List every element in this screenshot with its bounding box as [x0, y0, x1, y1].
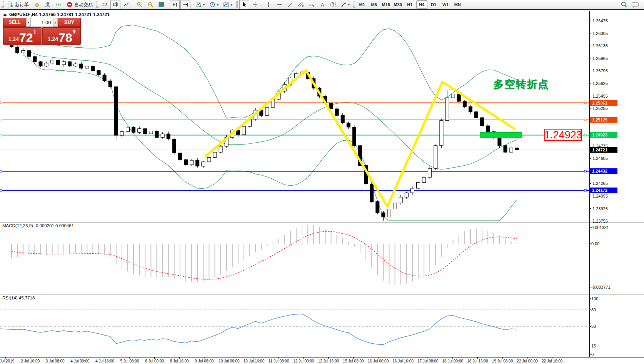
price-callout-box[interactable]: 1.24923	[544, 129, 582, 141]
candle	[451, 94, 455, 98]
templates-button[interactable]: ▼	[222, 0, 235, 9]
price-chart[interactable]: 1.264751.263051.261351.259651.257951.256…	[0, 0, 644, 364]
candlestick-chart-button[interactable]	[110, 0, 120, 9]
hline-handle[interactable]	[0, 189, 2, 191]
axis-price-flag-label: 1.24172	[592, 188, 607, 193]
profile-button[interactable]	[43, 0, 53, 9]
sell-button[interactable]: SELL	[3, 18, 26, 27]
time-axis[interactable]: 2 Jul 20192 Jul 16:003 Jul 08:004 Jul 00…	[0, 357, 563, 364]
tab-timeframe-M1[interactable]: M1	[357, 0, 368, 9]
candle	[352, 127, 356, 146]
hline-handle[interactable]	[584, 189, 586, 191]
tab-timeframe-M15[interactable]: M15	[380, 0, 392, 9]
candle	[370, 184, 374, 201]
tab-timeframe-H4[interactable]: H4	[416, 0, 427, 9]
text-label-button[interactable]: T	[328, 0, 338, 9]
indicators-button[interactable]: ▼	[194, 0, 207, 9]
tab-timeframe-MN[interactable]: MN	[452, 0, 463, 9]
tile-windows-button[interactable]	[156, 0, 166, 9]
tab-timeframe-H1[interactable]: H1	[404, 0, 415, 9]
dropdown-caret-icon: ▼	[230, 3, 233, 7]
bar-chart-button[interactable]	[100, 0, 110, 9]
tab-timeframe-M30[interactable]: M30	[392, 0, 404, 9]
tab-timeframe-M5[interactable]: M5	[369, 0, 380, 9]
sell-price-tile[interactable]: 1.24 72 1	[3, 27, 42, 45]
axis-tick-label: 1.25795	[592, 68, 608, 73]
fibonacci-button[interactable]: F	[307, 0, 317, 9]
buy-price-tile[interactable]: 1.24 78 9	[42, 27, 81, 45]
candle	[382, 213, 385, 217]
arrows-icon	[340, 2, 347, 8]
candle	[265, 107, 269, 115]
hline-handle[interactable]	[584, 119, 586, 121]
chart-shift-button[interactable]	[180, 0, 190, 9]
time-axis-label: 22 Jul 00:00	[517, 359, 538, 363]
zoom-in-button[interactable]	[135, 0, 145, 9]
time-axis-label: 12 Jul 16:00	[318, 359, 339, 363]
crosshair-button[interactable]	[250, 0, 260, 9]
support-zone-box[interactable]	[480, 132, 522, 138]
tab-timeframe-D1[interactable]: D1	[428, 0, 439, 9]
axis-tick-label: 1.25625	[592, 81, 608, 86]
macd-axis-label: -0.003771	[591, 285, 611, 289]
candle	[138, 129, 141, 133]
zigzag-annotation[interactable]	[205, 70, 516, 206]
horizontal-line-button[interactable]	[274, 0, 284, 9]
dropdown-caret-icon: ▼	[347, 3, 350, 7]
candle	[149, 131, 153, 134]
zoom-out-button[interactable]	[145, 0, 155, 9]
hline-handle[interactable]	[0, 134, 2, 136]
rsi-axis-label: 15	[591, 344, 596, 348]
vertical-line-button[interactable]	[264, 0, 274, 9]
hline-handle[interactable]	[0, 170, 2, 172]
candle	[219, 146, 222, 152]
axis-tick-label: 1.25455	[592, 94, 608, 98]
candle	[405, 193, 408, 197]
hline-handle[interactable]	[584, 102, 586, 104]
rsi-pane: 1008050150	[0, 296, 598, 357]
auto-scroll-button[interactable]	[170, 0, 180, 9]
time-axis-label: 4 Jul 16:00	[95, 359, 114, 363]
buy-price-big: 78	[58, 32, 72, 43]
time-axis-label: 8 Jul 00:00	[145, 359, 164, 363]
new-order-button[interactable]: 新订单	[5, 0, 31, 9]
eraser-button[interactable]	[32, 0, 42, 9]
sell-button-label: SELL	[9, 20, 21, 25]
hline-handle[interactable]	[584, 170, 586, 172]
hline-handle[interactable]	[0, 119, 2, 121]
line-chart-button[interactable]	[121, 0, 131, 9]
periods-button[interactable]: ▼	[208, 0, 221, 9]
candle	[434, 146, 437, 168]
rsi-line	[0, 314, 517, 345]
turning-point-annotation[interactable]: 多空转折点	[493, 77, 549, 91]
profile-icon	[45, 2, 51, 8]
candle	[33, 57, 37, 61]
autotrading-button[interactable]: 自动交易	[64, 0, 95, 9]
clock-icon	[209, 2, 215, 8]
pane-splitters[interactable]	[0, 222, 644, 357]
buy-button[interactable]: BUY	[58, 18, 81, 27]
collapse-arrow-icon[interactable]	[3, 13, 7, 16]
cursor-button[interactable]	[239, 0, 249, 9]
hline-handle[interactable]	[0, 102, 2, 104]
chat-button[interactable]	[630, 0, 640, 9]
trendline-button[interactable]	[285, 0, 295, 9]
volume-decrease-button[interactable]: ▼	[26, 18, 31, 27]
candle	[498, 138, 501, 146]
search-button[interactable]	[619, 0, 629, 9]
macd-pane: 0.0013810.00-0.003771	[12, 224, 611, 289]
text-button[interactable]: A	[317, 0, 327, 9]
candle	[515, 148, 519, 150]
volume-increase-button[interactable]: ▲	[53, 18, 58, 27]
timeframe-group: M1M5M15M30H1H4D1W1MN	[356, 0, 464, 9]
volume-input[interactable]	[31, 18, 53, 27]
tab-timeframe-W1[interactable]: W1	[440, 0, 451, 9]
candle	[132, 127, 135, 132]
arrows-button[interactable]: ▼	[339, 0, 352, 9]
toolbar-right-group	[619, 0, 640, 9]
axis-tick-label: 1.26305	[592, 31, 608, 36]
signal-button[interactable]	[53, 0, 63, 9]
hline-handle[interactable]	[584, 134, 586, 136]
fibonacci-icon: F	[309, 2, 315, 8]
channel-button[interactable]: E	[296, 0, 306, 9]
